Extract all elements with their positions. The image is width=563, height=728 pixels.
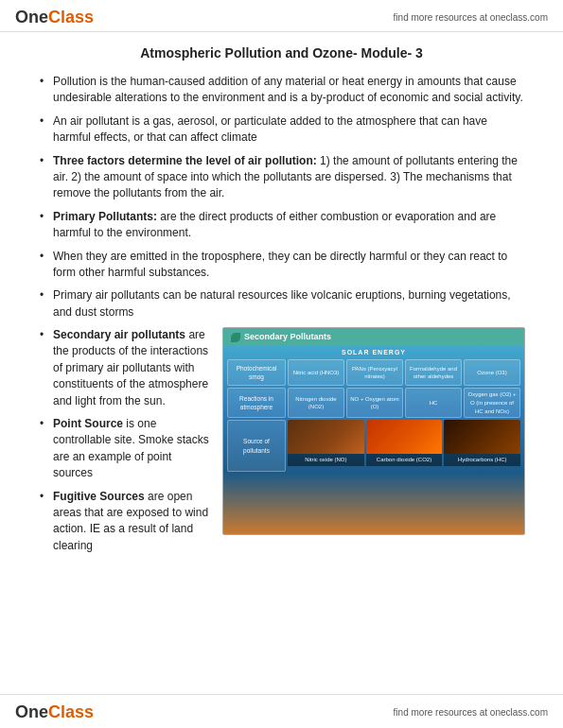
list-item-bold: Three factors determine the level of air…	[53, 154, 317, 167]
leaf-icon	[231, 333, 240, 342]
list-item: Pollution is the human-caused addition o…	[38, 74, 525, 107]
list-item: An air pollutant is a gas, aerosol, or p…	[38, 113, 525, 147]
list-item-bold: Fugitive Sources	[53, 490, 145, 503]
row-label-1: Photochemical smog	[227, 359, 286, 386]
footer-logo-class: Class	[48, 702, 94, 721]
row-label-2: Reactions in atmosphere	[227, 388, 286, 418]
list-item: Primary Pollutants: are the direct produ…	[38, 209, 525, 242]
list-item-bold: Point Source	[53, 417, 123, 430]
list-item: Secondary Pollutants SOLAR ENERGY Photoc…	[38, 327, 525, 409]
list-item-bold: Primary Pollutants:	[53, 210, 157, 223]
list-item-text: When they are emitted in the troposphere…	[53, 250, 507, 279]
cell-no2: Nitrogen dioxide (NO2)	[288, 388, 344, 418]
content-area: Atmospheric Pollution and Ozone- Module-…	[0, 32, 563, 617]
list-item-bold: Secondary air pollutants	[53, 328, 185, 341]
footer-tagline: find more resources at oneclass.com	[394, 707, 548, 718]
page-title: Atmospheric Pollution and Ozone- Module-…	[38, 45, 525, 61]
header-tagline: find more resources at oneclass.com	[394, 12, 548, 23]
cell-ozone: Ozone (O3)	[464, 359, 520, 386]
list-item: Three factors determine the level of air…	[38, 153, 525, 202]
cell-hc: HC	[405, 388, 462, 418]
cell-oxygen-gas: Oxygen gas (O2) + O (in presence of HC a…	[464, 388, 520, 418]
cell-formaldehyde: Formaldehyde and other aldehydes	[405, 359, 462, 386]
bullet-list: Pollution is the human-caused addition o…	[38, 74, 525, 554]
header: OneClass find more resources at oneclass…	[0, 0, 563, 32]
list-item-text: Primary air pollutants can be natural re…	[53, 288, 511, 318]
list-item: Fugitive Sources are open areas that are…	[38, 489, 525, 555]
list-item: Primary air pollutants can be natural re…	[38, 287, 525, 321]
list-item-text: Pollution is the human-caused addition o…	[53, 75, 523, 104]
logo-class: Class	[48, 8, 94, 26]
solar-energy-label: SOLAR ENERGY	[227, 348, 520, 357]
cell-nitric-acid: Nitric acid (HNO3)	[288, 359, 344, 386]
list-item-text: An air pollutant is a gas, aerosol, or p…	[53, 114, 487, 144]
cell-pans: PANs (Peroxyacyl nitrates)	[346, 359, 403, 386]
cell-no-oxygen: NO + Oxygen atom (O)	[346, 388, 403, 418]
image-title-bar: Secondary Pollutants	[223, 328, 524, 346]
footer-logo: OneClass	[15, 702, 94, 722]
logo: OneClass	[15, 8, 94, 27]
footer-logo-one: One	[15, 702, 48, 721]
logo-one: One	[15, 8, 48, 26]
list-item: Point Source is one controllable site. S…	[38, 416, 525, 482]
footer: OneClass find more resources at oneclass…	[0, 694, 563, 728]
image-title: Secondary Pollutants	[244, 331, 331, 343]
list-item: When they are emitted in the troposphere…	[38, 249, 525, 282]
